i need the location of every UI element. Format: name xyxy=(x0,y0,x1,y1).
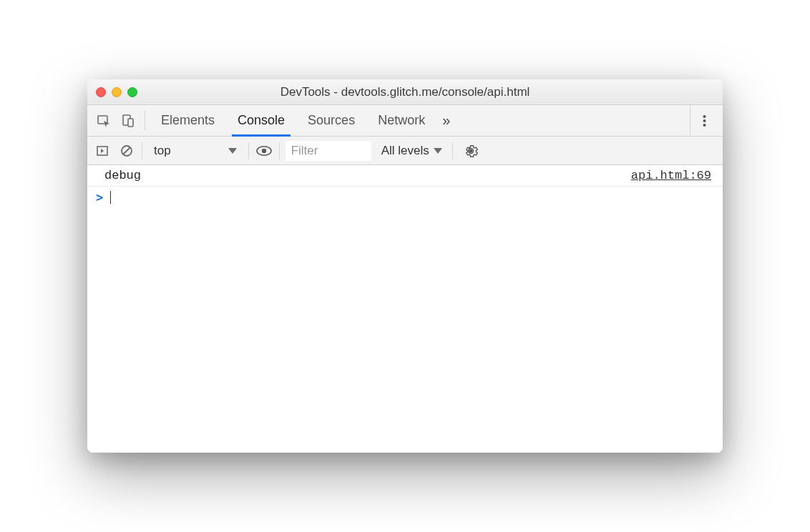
window-title: DevTools - devtools.glitch.me/console/ap… xyxy=(280,85,530,99)
log-row: debug api.html:69 xyxy=(87,165,723,187)
separator xyxy=(279,142,280,159)
tab-sources[interactable]: Sources xyxy=(296,105,366,136)
chevron-down-icon xyxy=(434,148,442,154)
context-label: top xyxy=(154,144,171,158)
titlebar: DevTools - devtools.glitch.me/console/ap… xyxy=(87,79,723,105)
svg-line-8 xyxy=(124,147,130,154)
text-cursor xyxy=(110,191,111,204)
execution-context-select[interactable]: top xyxy=(148,144,243,158)
clear-console-icon[interactable] xyxy=(117,142,136,160)
tab-console[interactable]: Console xyxy=(226,105,296,136)
svg-point-4 xyxy=(703,119,706,122)
inspect-element-icon[interactable] xyxy=(92,105,116,136)
close-window-button[interactable] xyxy=(96,87,106,97)
svg-point-5 xyxy=(703,124,706,127)
more-tabs-icon[interactable]: » xyxy=(436,105,456,136)
zoom-window-button[interactable] xyxy=(127,87,137,97)
tab-network[interactable]: Network xyxy=(366,105,436,136)
console-prompt[interactable]: > xyxy=(87,187,723,208)
device-toggle-icon[interactable] xyxy=(116,105,140,136)
minimize-window-button[interactable] xyxy=(112,87,122,97)
separator xyxy=(452,142,453,159)
svg-point-3 xyxy=(703,115,706,118)
log-message: debug xyxy=(104,169,141,182)
prompt-caret-icon: > xyxy=(96,190,103,205)
svg-rect-2 xyxy=(128,119,133,127)
chevron-down-icon xyxy=(228,148,237,154)
console-toolbar: top All levels xyxy=(87,137,723,165)
filter-input[interactable] xyxy=(286,141,371,161)
spacer xyxy=(456,105,690,136)
log-levels-select[interactable]: All levels xyxy=(377,144,447,158)
traffic-lights xyxy=(96,87,137,97)
live-expression-icon[interactable] xyxy=(255,142,273,160)
separator xyxy=(248,142,249,159)
tabbar: Elements Console Sources Network » xyxy=(87,105,723,137)
more-options-icon[interactable] xyxy=(690,105,718,136)
devtools-window: DevTools - devtools.glitch.me/console/ap… xyxy=(87,79,723,453)
separator xyxy=(145,111,145,130)
svg-point-10 xyxy=(261,148,265,152)
toggle-drawer-icon[interactable] xyxy=(93,142,112,160)
tab-elements[interactable]: Elements xyxy=(150,105,226,136)
tabs: Elements Console Sources Network xyxy=(150,105,436,136)
console-settings-icon[interactable] xyxy=(462,142,480,160)
separator xyxy=(142,142,142,159)
console-body: debug api.html:69 > xyxy=(87,165,723,453)
levels-label: All levels xyxy=(381,144,429,158)
svg-point-11 xyxy=(469,149,472,152)
log-source-link[interactable]: api.html:69 xyxy=(631,169,717,182)
